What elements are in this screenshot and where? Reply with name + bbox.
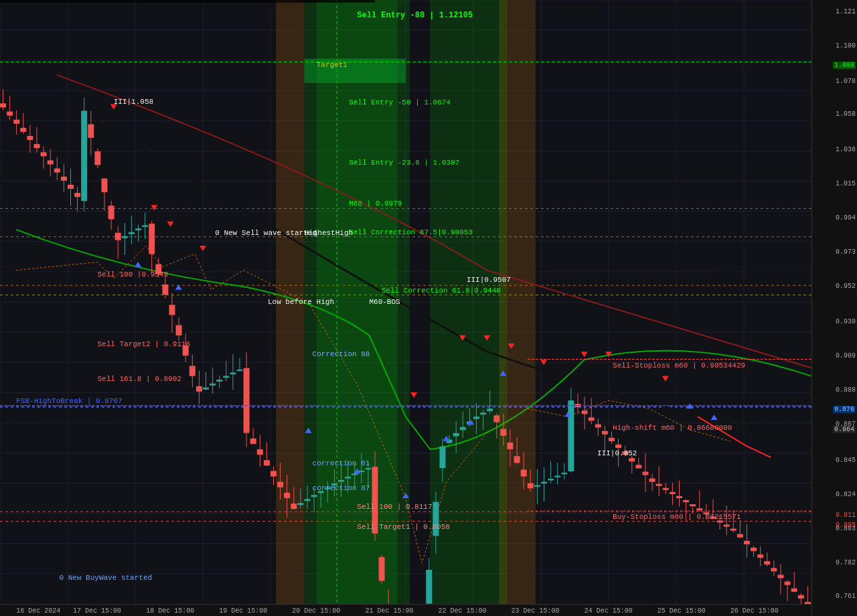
- time-tick: 19 Dec 15:00: [219, 607, 267, 615]
- chart-container: 1.1211.1001.0881.0781.0581.0361.0150.994…: [0, 0, 857, 616]
- price-tick: 0.876: [833, 406, 856, 413]
- price-tick: 0.811: [836, 512, 856, 519]
- time-tick: 21 Dec 15:00: [365, 607, 413, 615]
- price-tick: 0.864: [833, 426, 856, 433]
- time-tick: 20 Dec 15:00: [292, 607, 340, 615]
- price-tick: 1.078: [836, 78, 856, 85]
- price-tick: 1.036: [836, 146, 856, 153]
- price-tick: 0.888: [836, 386, 856, 394]
- time-tick: 25 Dec 15:00: [657, 607, 706, 615]
- price-tick: 0.994: [836, 214, 856, 222]
- price-tick: 0.782: [836, 559, 856, 566]
- price-tick: 1.121: [836, 8, 856, 15]
- price-tick: 1.058: [836, 110, 856, 118]
- time-tick: 17 Dec 15:00: [73, 607, 121, 615]
- price-tick: 0.952: [836, 283, 856, 290]
- price-scale: 1.1211.1001.0881.0781.0581.0361.0150.994…: [811, 0, 857, 616]
- price-tick: 0.761: [836, 593, 856, 600]
- time-tick: 24 Dec 15:00: [585, 607, 633, 615]
- time-tick: 16 Dec 2024: [16, 607, 60, 615]
- time-tick: 23 Dec 15:00: [512, 607, 560, 615]
- time-tick: 22 Dec 15:00: [438, 607, 486, 615]
- info-panel: [0, 0, 375, 3]
- time-tick: 26 Dec 15:00: [730, 607, 779, 615]
- price-tick: 0.909: [836, 352, 856, 360]
- price-tick: 0.930: [836, 318, 856, 325]
- price-tick: 0.805: [836, 522, 856, 529]
- price-tick: 0.845: [836, 457, 856, 464]
- price-tick: 0.824: [836, 491, 856, 498]
- time-tick: 18 Dec 15:00: [146, 607, 194, 615]
- price-tick: 0.973: [836, 248, 856, 256]
- price-tick: 1.088: [833, 62, 856, 69]
- price-tick: 1.100: [836, 42, 856, 50]
- main-chart: [0, 0, 857, 616]
- price-tick: 1.015: [836, 180, 856, 187]
- time-axis: 16 Dec 202417 Dec 15:0018 Dec 15:0019 De…: [0, 604, 811, 616]
